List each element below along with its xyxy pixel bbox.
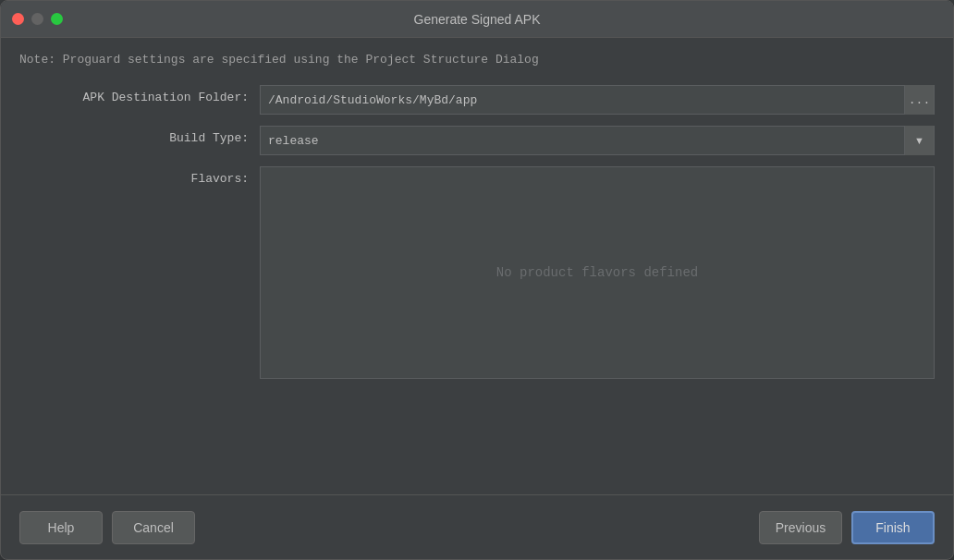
flavors-control: No product flavors defined bbox=[260, 166, 935, 379]
flavors-label: Flavors: bbox=[19, 166, 260, 186]
build-type-row: Build Type: release ▼ bbox=[19, 126, 935, 155]
minimize-button[interactable] bbox=[31, 13, 43, 25]
title-bar: Generate Signed APK bbox=[1, 1, 953, 38]
build-type-label: Build Type: bbox=[19, 126, 260, 145]
dialog-title: Generate Signed APK bbox=[414, 12, 541, 27]
build-type-select-wrapper[interactable]: release ▼ bbox=[260, 126, 935, 155]
maximize-button[interactable] bbox=[51, 13, 63, 25]
finish-button[interactable]: Finish bbox=[851, 511, 935, 544]
note-text: Note: Proguard settings are specified us… bbox=[19, 53, 935, 67]
apk-destination-row: APK Destination Folder: ... bbox=[19, 85, 935, 115]
right-buttons: Previous Finish bbox=[759, 511, 935, 544]
window-controls bbox=[12, 13, 63, 25]
form-area: APK Destination Folder: ... Build Type: … bbox=[19, 85, 935, 480]
build-type-value: release bbox=[261, 134, 904, 148]
left-buttons: Help Cancel bbox=[19, 511, 195, 544]
flavors-placeholder: No product flavors defined bbox=[496, 265, 698, 280]
apk-destination-input-wrapper: ... bbox=[260, 85, 935, 115]
button-bar: Help Cancel Previous Finish bbox=[1, 494, 953, 559]
flavors-box: No product flavors defined bbox=[260, 166, 935, 379]
cancel-button[interactable]: Cancel bbox=[112, 511, 195, 544]
close-button[interactable] bbox=[12, 13, 24, 25]
flavors-row: Flavors: No product flavors defined bbox=[19, 166, 935, 480]
apk-destination-control: ... bbox=[260, 85, 935, 115]
help-button[interactable]: Help bbox=[19, 511, 103, 544]
dialog-content: Note: Proguard settings are specified us… bbox=[1, 38, 953, 494]
previous-button[interactable]: Previous bbox=[759, 511, 842, 544]
apk-destination-input[interactable] bbox=[261, 86, 904, 114]
browse-button[interactable]: ... bbox=[904, 85, 934, 115]
build-type-control: release ▼ bbox=[260, 126, 935, 155]
apk-destination-label: APK Destination Folder: bbox=[19, 85, 260, 104]
generate-signed-apk-dialog: Generate Signed APK Note: Proguard setti… bbox=[0, 0, 954, 560]
build-type-dropdown-arrow[interactable]: ▼ bbox=[904, 126, 934, 155]
